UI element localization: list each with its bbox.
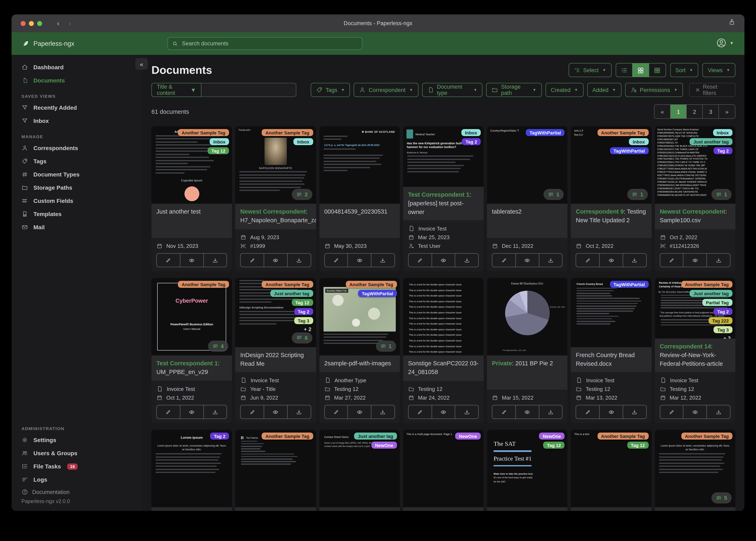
preview-button[interactable] (684, 405, 707, 418)
tag-another-sample-tag[interactable]: Another Sample Tag (262, 129, 313, 136)
comments-badge[interactable]: 2 (292, 189, 312, 200)
comments-badge[interactable]: 1 (627, 189, 648, 200)
tag-another-sample-tag[interactable]: Another Sample Tag (597, 432, 649, 440)
download-button[interactable] (288, 405, 311, 418)
pagination-page-1[interactable]: 1 (671, 105, 687, 118)
download-button[interactable] (204, 254, 227, 267)
document-title[interactable]: Test Correspondent 1: UM_PPBE_en_v29 (156, 359, 227, 376)
document-correspondent[interactable]: Newest Correspondent (660, 208, 725, 215)
pagination-page-3[interactable]: 3 (703, 105, 719, 118)
preview-button[interactable] (432, 254, 455, 267)
document-title[interactable]: Sonstige ScanPC2022 03-24_081058 (408, 359, 479, 376)
tag-tag-2[interactable]: Tag 2 (462, 138, 481, 145)
tag-tag-2[interactable]: Tag 2 (713, 308, 732, 315)
edit-button[interactable] (576, 254, 600, 267)
tag-another-sample-tag[interactable]: Another Sample Tag (178, 129, 229, 136)
tags-filter-button[interactable]: Tags▼ (311, 83, 350, 97)
sidebar-item-users-groups[interactable]: Users & Groups (12, 447, 142, 460)
sidebar-item-dashboard[interactable]: Dashboard (12, 61, 142, 74)
tag-another-sample-tag[interactable]: Another Sample Tag (597, 129, 649, 136)
comments-badge[interactable]: 6 (292, 332, 312, 343)
sort-button[interactable]: Sort ▼ (670, 63, 698, 77)
sidebar-item-storage-paths[interactable]: Storage Paths (12, 181, 142, 194)
preview-button[interactable] (348, 405, 372, 418)
added-filter-button[interactable]: Added▼ (587, 83, 621, 97)
views-button[interactable]: Views ▼ (703, 63, 735, 77)
sidebar-item-mail[interactable]: Mail (12, 221, 142, 234)
document-thumbnail[interactable]: Country,Region/State,"TTagWithPartial1 (487, 126, 568, 204)
reset-filters-button[interactable]: ✕ Reset filters (689, 83, 735, 97)
preview-button[interactable] (684, 254, 707, 267)
sidebar-item-correspondents[interactable]: Correspondents (12, 142, 142, 155)
search-input[interactable] (181, 40, 358, 47)
document-thumbnail[interactable]: one,1.0 five,5.0Another Sample TagInboxT… (571, 126, 652, 204)
download-button[interactable] (371, 254, 395, 267)
sidebar-item-file-tasks[interactable]: File Tasks16 (12, 460, 142, 473)
edit-button[interactable] (660, 254, 684, 267)
preview-button[interactable] (180, 254, 204, 267)
edit-button[interactable] (241, 254, 264, 267)
document-thumbnail[interactable]: Adobe Acrobat PDF FilesCupcake ipsumAnot… (151, 126, 232, 204)
tag-tag-12[interactable]: Tag 12 (292, 299, 313, 306)
document-title[interactable]: Correspondent 14: Review-of-New-York-Fed… (660, 342, 730, 368)
sidebar-item-documentation[interactable]: Documentation (12, 486, 142, 498)
document-title[interactable]: tablerates2 (492, 208, 563, 216)
download-button[interactable] (707, 405, 730, 418)
document-title[interactable]: InDesign 2022 Scripting Read Me (240, 351, 311, 368)
share-icon[interactable] (728, 19, 735, 26)
tag-tagwithpartial[interactable]: TagWithPartial (610, 281, 649, 288)
sidebar-item-inbox[interactable]: Inbox (12, 114, 142, 127)
tag-tagwithpartial[interactable]: TagWithPartial (610, 147, 649, 154)
tag-tag-3[interactable]: Tag 3 (713, 326, 732, 333)
view-list-button[interactable] (616, 64, 632, 77)
comments-badge[interactable]: 5 (711, 492, 732, 503)
edit-button[interactable] (492, 254, 516, 267)
storage-path-filter-button[interactable]: Storage path▼ (486, 83, 542, 97)
document-title[interactable]: Newest Correspondent: Sample100.csv (660, 208, 730, 225)
edit-button[interactable] (325, 405, 348, 418)
comments-badge[interactable]: 4 (208, 340, 228, 352)
document-thumbnail[interactable]: This is a test for the double space char… (403, 278, 484, 355)
download-button[interactable] (204, 405, 227, 418)
document-title[interactable]: 2sample-pdf-with-images (324, 359, 395, 368)
tag-tag-12[interactable]: Tag 12 (627, 442, 649, 449)
sidebar-item-document-types[interactable]: Document Types (12, 168, 142, 181)
preview-button[interactable] (180, 405, 204, 418)
document-thumbnail[interactable]: Patient BP Distribution 2011Normal, 150,… (487, 278, 568, 355)
document-thumbnail[interactable]: ✻ BANK OF SCOTLAND2,0 % p. a. auf Ihr Ta… (319, 126, 400, 204)
document-correspondent[interactable]: Test Correspondent 1 (156, 360, 218, 366)
sidebar-item-custom-fields[interactable]: Custom Fields (12, 194, 142, 208)
document-correspondent[interactable]: Correspondent 14 (660, 343, 711, 350)
tag-partial-tag[interactable]: Partial Tag (702, 299, 732, 306)
tag-tag-3[interactable]: Tag 3 (294, 317, 313, 324)
tag-just-another-tag[interactable]: Just another tag (354, 432, 397, 440)
document-title[interactable]: 0004814539_20230531 (324, 208, 395, 216)
download-button[interactable] (539, 254, 562, 267)
tag-tag-222[interactable]: Tag 222 (709, 317, 732, 324)
document-title[interactable]: Test Correspondent 1: [paperless] test p… (408, 191, 479, 217)
sidebar-item-recently-added[interactable]: Recently Added (12, 101, 142, 114)
tag-tagwithpartial[interactable]: TagWithPartial (526, 129, 565, 136)
edit-button[interactable] (241, 405, 264, 418)
preview-button[interactable] (516, 405, 539, 418)
correspondent-filter-button[interactable]: Correspondent▼ (354, 83, 418, 97)
tag-another-sample-tag[interactable]: Another Sample Tag (346, 281, 397, 288)
tag-tag-2[interactable]: Tag 2 (294, 308, 313, 315)
edit-button[interactable] (492, 405, 516, 418)
download-button[interactable] (371, 405, 395, 418)
sidebar-item-settings[interactable]: Settings (12, 433, 142, 447)
document-title[interactable]: Newest Correspondent: H7_Napoleon_Bonapa… (240, 208, 311, 225)
document-thumbnail[interactable]: InDesign Scripting DocumentationAnother … (235, 278, 316, 347)
document-title[interactable]: French Country Bread Revised.docx (576, 351, 647, 368)
zoom-window-button[interactable] (37, 21, 42, 26)
tag-tag-12[interactable]: Tag 12 (543, 442, 565, 449)
preview-button[interactable] (264, 254, 288, 267)
app-logo[interactable]: Paperless-ngx (21, 40, 74, 47)
close-window-button[interactable] (21, 21, 26, 26)
download-button[interactable] (455, 405, 478, 418)
preview-button[interactable] (600, 405, 623, 418)
document-thumbnail[interactable]: This is a testAnother Sample TagTag 12 (571, 430, 652, 507)
document-thumbnail[interactable]: Serial Number,Company Name,Employe 97881… (655, 126, 735, 204)
document-correspondent[interactable]: Private (492, 360, 512, 366)
title-content-input[interactable] (201, 83, 296, 97)
